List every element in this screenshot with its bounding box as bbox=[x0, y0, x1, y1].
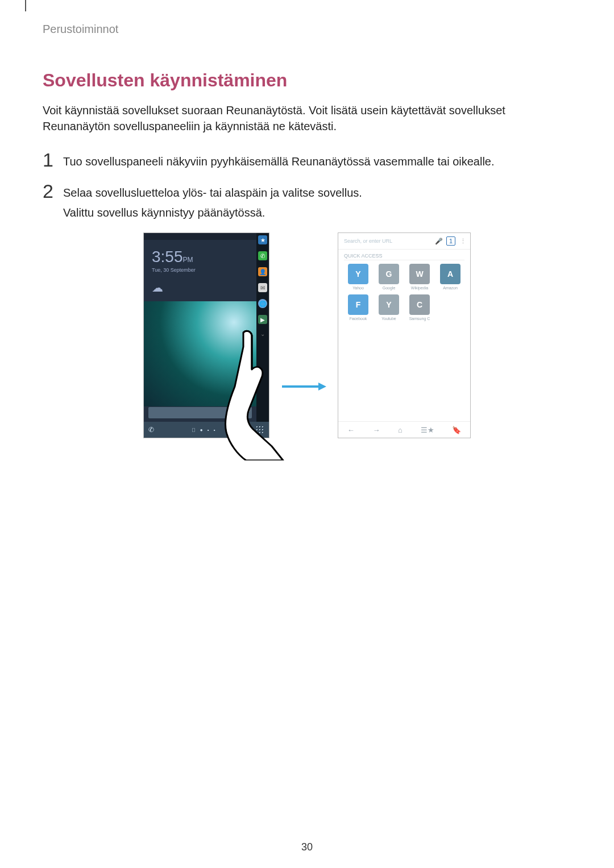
browser-icon[interactable]: 🌐 bbox=[258, 299, 267, 308]
step-2: 2 Selaa sovellusluetteloa ylös- tai alas… bbox=[43, 181, 571, 221]
edge-panel[interactable]: ★ ✆ 👤 ✉ 🌐 ▶ ⌄ bbox=[256, 233, 269, 422]
step-2-number: 2 bbox=[43, 181, 63, 201]
url-bar[interactable]: Search, or enter URL bbox=[342, 236, 432, 246]
quick-tile[interactable]: FFacebook bbox=[345, 294, 371, 321]
bookmarks-icon[interactable]: ☰★ bbox=[421, 426, 434, 434]
chapter-label: Perustoiminnot bbox=[43, 23, 571, 36]
browser-bottom-bar: ← → ⌂ ☰★ 🔖 bbox=[338, 421, 470, 438]
quick-tile[interactable]: YYahoo bbox=[345, 264, 371, 290]
clock-suffix: PM bbox=[183, 256, 193, 264]
chevron-down-icon[interactable]: ⌄ bbox=[258, 331, 267, 337]
quick-tile-icon: Y bbox=[348, 264, 368, 284]
wallpaper bbox=[144, 301, 256, 406]
quick-tile-icon: F bbox=[348, 294, 368, 315]
mic-icon[interactable]: 🎤 bbox=[435, 237, 443, 245]
step-1-number: 1 bbox=[43, 150, 63, 169]
home-icon[interactable]: ⌂ bbox=[398, 426, 403, 434]
weather-icon: ☁ bbox=[152, 281, 163, 294]
quick-tile-label: Facebook bbox=[350, 317, 367, 321]
phone-icon[interactable]: ✆ bbox=[258, 251, 267, 260]
step-2-extra: Valittu sovellus käynnistyy päänäytössä. bbox=[63, 205, 362, 221]
back-icon[interactable]: ← bbox=[347, 426, 355, 434]
quick-tile[interactable]: YYoutube bbox=[376, 294, 402, 321]
phone-browser-screen: Search, or enter URL 🎤 1 ⋮ QUICK ACCESS … bbox=[338, 232, 471, 438]
tabs-icon[interactable]: 1 bbox=[446, 236, 455, 246]
quick-access-grid: YYahooGGoogleWWikipediaAAmazonFFacebookY… bbox=[338, 264, 470, 321]
arrow-right-icon bbox=[281, 382, 326, 391]
intro-paragraph: Voit käynnistää sovellukset suoraan Reun… bbox=[43, 102, 571, 134]
call-icon[interactable]: ✆ bbox=[148, 426, 154, 434]
quick-tile-icon: C bbox=[409, 294, 430, 315]
quick-tile-icon: A bbox=[440, 264, 460, 284]
page-tab-mark bbox=[25, 0, 26, 11]
svg-marker-1 bbox=[318, 383, 326, 391]
divider bbox=[344, 260, 464, 260]
quick-tile-label: Youtube bbox=[381, 317, 396, 321]
quick-tile[interactable]: AAmazon bbox=[437, 264, 463, 290]
illustration: 3:55PM Tue, 30 September ☁ 🎤 ★ ✆ 👤 ✉ 🌐 ▶… bbox=[43, 232, 571, 438]
quick-tile[interactable]: WWikipedia bbox=[406, 264, 433, 290]
google-search-bar[interactable]: 🎤 bbox=[148, 407, 252, 418]
step-2-text: Selaa sovellusluetteloa ylös- tai alaspä… bbox=[63, 186, 362, 199]
dots: ⎕ ● • • bbox=[192, 427, 217, 433]
apps-icon[interactable] bbox=[255, 425, 264, 434]
step-1: 1 Tuo sovelluspaneeli näkyviin pyyhkäise… bbox=[43, 150, 571, 170]
store-icon[interactable]: ▶ bbox=[258, 315, 267, 324]
quick-tile-label: Yahoo bbox=[352, 286, 364, 290]
clock: 3:55PM Tue, 30 September bbox=[152, 248, 196, 273]
clock-date: Tue, 30 September bbox=[152, 267, 196, 273]
favorites-bar: ✆ ⎕ ● • • bbox=[144, 422, 269, 438]
bookmark-icon[interactable]: 🔖 bbox=[452, 426, 461, 434]
quick-tile-label: Google bbox=[383, 286, 396, 290]
quick-tile-icon: G bbox=[379, 264, 399, 284]
more-icon[interactable]: ⋮ bbox=[459, 237, 467, 245]
phone-home-screen: 3:55PM Tue, 30 September ☁ 🎤 ★ ✆ 👤 ✉ 🌐 ▶… bbox=[143, 232, 269, 438]
quick-tile[interactable]: CSamsung C bbox=[406, 294, 433, 321]
quick-tile-icon: Y bbox=[379, 294, 399, 315]
browser-toolbar: Search, or enter URL 🎤 1 ⋮ bbox=[338, 233, 470, 250]
contact-icon[interactable]: 👤 bbox=[258, 267, 267, 276]
step-1-text: Tuo sovelluspaneeli näkyviin pyyhkäisemä… bbox=[63, 155, 495, 168]
quick-tile-label: Amazon bbox=[443, 286, 458, 290]
mail-icon[interactable]: ✉ bbox=[258, 283, 267, 292]
star-icon[interactable]: ★ bbox=[258, 235, 267, 244]
quick-tile-label: Samsung C bbox=[409, 317, 430, 321]
quick-tile[interactable]: GGoogle bbox=[376, 264, 402, 290]
status-bar bbox=[144, 233, 269, 240]
clock-time: 3:55 bbox=[152, 248, 183, 265]
quick-access-label: QUICK ACCESS bbox=[338, 250, 470, 260]
mic-icon: 🎤 bbox=[243, 409, 250, 417]
page-number: 30 bbox=[0, 841, 614, 853]
section-title: Sovellusten käynnistäminen bbox=[43, 70, 571, 91]
forward-icon[interactable]: → bbox=[372, 426, 380, 434]
quick-tile-label: Wikipedia bbox=[411, 286, 428, 290]
quick-tile-icon: W bbox=[409, 264, 430, 284]
